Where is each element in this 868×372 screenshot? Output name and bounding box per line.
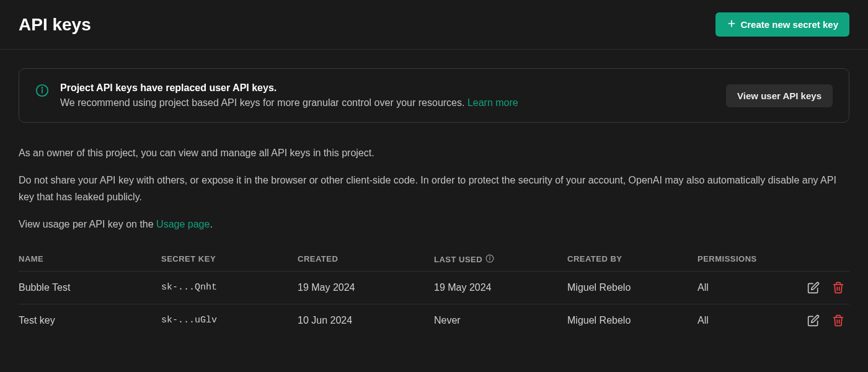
cell-created: 10 Jun 2024 bbox=[298, 315, 434, 326]
cell-permissions: All bbox=[698, 315, 807, 326]
info-banner: Project API keys have replaced user API … bbox=[19, 68, 849, 123]
main-content: Project API keys have replaced user API … bbox=[0, 50, 868, 355]
info-text: Project API keys have replaced user API … bbox=[60, 82, 715, 108]
info-title: Project API keys have replaced user API … bbox=[60, 82, 715, 94]
cell-created: 19 May 2024 bbox=[298, 282, 434, 293]
page-title: API keys bbox=[19, 15, 91, 35]
plus-icon bbox=[727, 19, 737, 30]
table-row: Test key sk-...uGlv 10 Jun 2024 Never Mi… bbox=[19, 304, 849, 337]
th-secret-key: SECRET KEY bbox=[161, 254, 298, 265]
cell-name: Test key bbox=[19, 315, 161, 326]
table-header: NAME SECRET KEY CREATED LAST USED CREATE… bbox=[19, 248, 849, 271]
cell-secret-key: sk-...Qnht bbox=[161, 282, 298, 293]
learn-more-link[interactable]: Learn more bbox=[467, 97, 518, 108]
create-secret-key-button[interactable]: Create new secret key bbox=[715, 12, 849, 37]
table-row: Bubble Test sk-...Qnht 19 May 2024 19 Ma… bbox=[19, 271, 849, 304]
view-user-api-keys-button[interactable]: View user API keys bbox=[726, 84, 833, 107]
api-keys-table: NAME SECRET KEY CREATED LAST USED CREATE… bbox=[19, 248, 849, 337]
cell-secret-key: sk-...uGlv bbox=[161, 315, 298, 326]
usage-page-link[interactable]: Usage page bbox=[156, 219, 210, 229]
th-created: CREATED bbox=[298, 254, 434, 265]
desc-line-3: View usage per API key on the Usage page… bbox=[19, 216, 849, 232]
desc-line-2: Do not share your API key with others, o… bbox=[19, 172, 849, 205]
cell-created-by: Miguel Rebelo bbox=[567, 282, 698, 293]
row-actions bbox=[807, 281, 849, 294]
th-created-by: CREATED BY bbox=[567, 254, 698, 265]
cell-last-used: Never bbox=[434, 315, 567, 326]
desc-line-1: As an owner of this project, you can vie… bbox=[19, 145, 849, 161]
edit-icon[interactable] bbox=[807, 281, 820, 294]
th-permissions: PERMISSIONS bbox=[698, 254, 849, 265]
row-actions bbox=[807, 314, 849, 327]
cell-created-by: Miguel Rebelo bbox=[567, 315, 698, 326]
th-name: NAME bbox=[19, 254, 161, 265]
page-header: API keys Create new secret key bbox=[0, 0, 868, 50]
svg-point-4 bbox=[42, 87, 43, 88]
cell-last-used: 19 May 2024 bbox=[434, 282, 567, 293]
info-description: We recommend using project based API key… bbox=[60, 97, 715, 108]
info-icon bbox=[35, 84, 49, 97]
create-button-label: Create new secret key bbox=[740, 19, 838, 30]
trash-icon[interactable] bbox=[832, 314, 844, 327]
cell-name: Bubble Test bbox=[19, 282, 161, 293]
edit-icon[interactable] bbox=[807, 314, 820, 327]
trash-icon[interactable] bbox=[832, 281, 844, 294]
cell-permissions: All bbox=[698, 282, 807, 293]
svg-point-7 bbox=[490, 256, 490, 257]
info-circle-icon bbox=[485, 254, 494, 265]
th-last-used: LAST USED bbox=[434, 254, 567, 265]
